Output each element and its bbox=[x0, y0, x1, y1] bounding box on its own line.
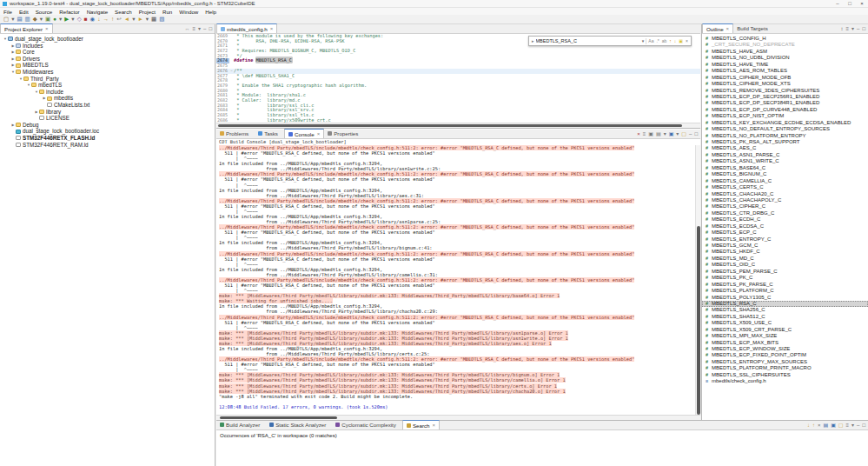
find-option-icon[interactable]: × bbox=[686, 37, 688, 45]
tree-row[interactable]: dual_stage_lock_bootloader.ioc bbox=[0, 128, 215, 135]
console-toolbar-icon[interactable]: ≡ bbox=[643, 130, 646, 138]
outline-item[interactable]: MBEDTLS_ENTROPY_MAX_SOURCES bbox=[702, 359, 868, 365]
outline-item[interactable]: MBEDTLS_CONFIG_H bbox=[702, 36, 868, 42]
bottom-view-tab[interactable]: Cyclomatic Complexity bbox=[332, 420, 402, 429]
find-input[interactable]: MBEDTLS_RSA_C bbox=[536, 38, 640, 43]
outline-item[interactable]: MBEDTLS_ENTROPY_C bbox=[702, 236, 868, 243]
menu-item[interactable]: File bbox=[3, 9, 12, 15]
view-toolbar-icon[interactable]: ▾ bbox=[198, 24, 201, 33]
menu-item[interactable]: Project bbox=[139, 9, 156, 15]
outline-item[interactable]: MBEDTLS_HKDF_C bbox=[702, 249, 868, 255]
find-option-icon[interactable]: Aa bbox=[648, 37, 653, 45]
menu-item[interactable]: Run bbox=[162, 9, 172, 15]
toolbar-icon[interactable]: ▧ bbox=[159, 15, 164, 23]
console-area-tab[interactable]: Properties bbox=[324, 129, 364, 138]
outline-item[interactable]: mbedtls/check_config.h bbox=[702, 378, 868, 384]
toolbar-icon[interactable]: ▾ bbox=[11, 15, 14, 23]
menu-item[interactable]: Search bbox=[115, 9, 132, 15]
close-icon[interactable]: × bbox=[433, 423, 436, 428]
console-vscroll-thumb[interactable] bbox=[697, 226, 700, 415]
menu-item[interactable]: Source bbox=[36, 9, 53, 15]
outline-item[interactable]: MBEDTLS_PEM_PARSE_C bbox=[702, 269, 868, 275]
outline-item[interactable]: MBEDTLS_ECP_DP_SECP256R1_ENABLED bbox=[702, 94, 868, 100]
tree-row[interactable]: ▶ Includes bbox=[0, 43, 215, 50]
window-control-button[interactable]: – bbox=[832, 0, 844, 8]
view-toolbar-icon[interactable]: ↔ bbox=[185, 24, 190, 33]
outline-item[interactable]: MBEDTLS_PK_RSA_ALT_SUPPORT bbox=[702, 139, 868, 145]
tree-row[interactable]: ▶ library bbox=[0, 109, 215, 116]
outline-item[interactable]: MBEDTLS_GCM_C bbox=[702, 243, 868, 249]
search-toolbar-icon[interactable]: ▢ bbox=[838, 421, 844, 429]
outline-item[interactable]: MBEDTLS_CHACHA20_C bbox=[702, 191, 868, 197]
tree-row[interactable]: ▶ Core bbox=[0, 49, 215, 56]
tree-row[interactable]: ▼ dual_stage_lock_bootloader bbox=[0, 36, 215, 43]
search-toolbar-icon[interactable]: × bbox=[818, 421, 821, 429]
view-toolbar-icon[interactable]: – bbox=[203, 24, 206, 33]
menu-item[interactable]: Navigate bbox=[87, 9, 108, 15]
outline-item[interactable]: MBEDTLS_CHACHAPOLY_C bbox=[702, 197, 868, 203]
console-toolbar-icon[interactable]: × bbox=[637, 130, 640, 138]
search-toolbar-icon[interactable]: ≡ bbox=[846, 421, 850, 429]
outline-item[interactable]: MBEDTLS_CTR_DRBG_C bbox=[702, 210, 868, 216]
find-option-icon[interactable]: ↑ bbox=[669, 37, 672, 45]
close-icon[interactable]: × bbox=[726, 26, 730, 31]
toolbar-icon[interactable]: ▤ bbox=[17, 15, 22, 23]
menu-item[interactable]: Window bbox=[179, 9, 198, 15]
outline-toolbar-icon[interactable]: □ bbox=[862, 24, 865, 33]
outline-toolbar-icon[interactable]: – bbox=[857, 24, 859, 33]
window-control-button[interactable]: × bbox=[856, 0, 868, 8]
find-option-icon[interactable]: ↓ bbox=[674, 37, 677, 45]
outline-tab[interactable]: Outline × bbox=[702, 23, 733, 33]
search-toolbar-icon[interactable]: ▾ bbox=[851, 421, 854, 429]
outline-item[interactable]: MBEDTLS_BIGNUM_C bbox=[702, 171, 868, 177]
outline-item[interactable]: MBEDTLS_ECP_NIST_OPTIM bbox=[702, 113, 868, 119]
outline-item[interactable]: MBEDTLS_CIPHER_C bbox=[702, 203, 868, 210]
toolbar-icon[interactable]: ▶ bbox=[64, 15, 69, 23]
bottom-view-tab[interactable]: Static Stack Analyzer bbox=[266, 420, 332, 429]
outline-item[interactable]: MBEDTLS_BASE64_C bbox=[702, 165, 868, 171]
find-dropdown-icon[interactable]: ▾ bbox=[642, 37, 645, 45]
outline-item[interactable]: MBEDTLS_CIPHER_MODE_XTS bbox=[702, 81, 868, 87]
outline-item[interactable]: MBEDTLS_HAVE_TIME bbox=[702, 62, 868, 68]
menu-item[interactable]: Help bbox=[205, 9, 216, 15]
toolbar-icon[interactable]: ◄ bbox=[124, 15, 129, 23]
console-toolbar-icon[interactable]: – bbox=[689, 130, 692, 138]
console-area-tab[interactable]: Console × bbox=[284, 129, 324, 138]
toolbar-icon[interactable]: ▾ bbox=[132, 15, 135, 23]
outline-item[interactable]: MBEDTLS_AES_ROM_TABLES bbox=[702, 68, 868, 74]
tree-row[interactable]: ▶ mbedtls bbox=[0, 95, 215, 102]
search-toolbar-icon[interactable]: ▤ bbox=[823, 421, 828, 429]
menu-item[interactable]: Edit bbox=[19, 9, 29, 15]
console-toolbar-icon[interactable]: ▣ bbox=[669, 130, 674, 138]
console-vscrollbar[interactable] bbox=[695, 145, 700, 415]
console-area-tab[interactable]: Problems bbox=[216, 129, 255, 138]
search-toolbar-icon[interactable]: ↑ bbox=[812, 421, 815, 429]
tree-row[interactable]: ▼ include bbox=[0, 89, 215, 96]
tree-row[interactable]: ▶ Drivers bbox=[0, 56, 215, 63]
outline-item[interactable]: MBEDTLS_ECP_FIXED_POINT_OPTIM bbox=[702, 352, 868, 358]
tree-row[interactable]: STM32F446RETX_FLASH.ld bbox=[0, 135, 215, 142]
search-toolbar-icon[interactable]: ▣ bbox=[831, 421, 836, 429]
toolbar-icon[interactable]: ▾ bbox=[40, 15, 43, 23]
toolbar-icon[interactable]: ◇ bbox=[77, 15, 82, 23]
outline-item[interactable]: MBEDTLS_PLATFORM_C bbox=[702, 288, 868, 294]
tree-row[interactable]: LICENSE bbox=[0, 115, 215, 122]
search-toolbar-icon[interactable]: – bbox=[857, 421, 859, 429]
console-toolbar-icon[interactable]: ▾ bbox=[676, 130, 679, 138]
outline-item[interactable]: MBEDTLS_SSL_CIPHERSUITES bbox=[702, 372, 868, 378]
outline-item[interactable]: MBEDTLS_CERTS_C bbox=[702, 184, 868, 190]
toolbar-icon[interactable]: ▾ bbox=[71, 15, 74, 23]
tree-row[interactable]: CMakeLists.txt bbox=[0, 102, 215, 109]
outline-item[interactable]: MBEDTLS_X509_CRT_PARSE_C bbox=[702, 327, 868, 333]
console-line[interactable]: 12:08:48 Build Failed. 17 errors, 0 warn… bbox=[219, 404, 700, 409]
tree-row[interactable]: ▼ Middlewares bbox=[0, 69, 215, 76]
find-history-icon[interactable]: ▸ bbox=[532, 38, 534, 43]
bottom-view-tab[interactable]: Search × bbox=[402, 420, 440, 429]
search-toolbar-icon[interactable]: ↓ bbox=[807, 421, 810, 429]
toolbar-icon[interactable]: ▾ bbox=[146, 15, 149, 23]
toolbar-icon[interactable]: ■ bbox=[84, 15, 88, 23]
outline-item[interactable]: MBEDTLS_SHA512_C bbox=[702, 314, 868, 320]
outline-tab[interactable]: Build Targets bbox=[733, 23, 774, 33]
close-icon[interactable]: × bbox=[45, 26, 49, 31]
outline-item[interactable]: MBEDTLS_CIPHER_MODE_OFB bbox=[702, 75, 868, 81]
